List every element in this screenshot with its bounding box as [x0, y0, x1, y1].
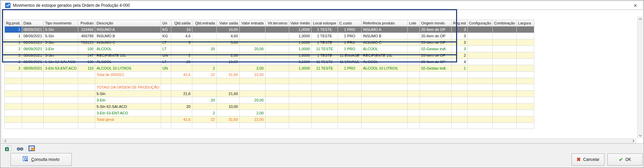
grid-cell[interactable]: KG: [161, 33, 171, 39]
grid-cell[interactable]: 41,6: [171, 116, 192, 123]
grid-cell[interactable]: 20-Item de OP: [420, 59, 451, 65]
grid-cell[interactable]: [22, 104, 44, 110]
grid-cell[interactable]: [407, 65, 420, 72]
grid-cell[interactable]: 100: [78, 46, 95, 52]
grid-cell[interactable]: [493, 59, 517, 65]
grid-cell[interactable]: [265, 26, 289, 33]
grid-cell[interactable]: [493, 97, 517, 104]
grid-cell[interactable]: 1 TESTE: [312, 52, 338, 59]
grid-cell[interactable]: [5, 78, 22, 84]
grid-cell[interactable]: [265, 65, 289, 72]
ok-button[interactable]: ✔ OK: [607, 153, 643, 166]
grid-cell[interactable]: [265, 97, 289, 104]
grid-cell[interactable]: [467, 116, 492, 123]
grid-cell[interactable]: [22, 97, 44, 104]
column-header-5[interactable]: Un: [161, 20, 171, 26]
grid-cell[interactable]: [239, 33, 265, 39]
grid-cell[interactable]: [451, 110, 467, 116]
grid-cell[interactable]: [312, 123, 338, 129]
grid-cell[interactable]: 1 TESTE: [312, 26, 338, 33]
grid-cell[interactable]: [493, 116, 517, 123]
grid-cell[interactable]: [265, 110, 289, 116]
grid-cell[interactable]: 1: [5, 33, 22, 39]
grid-cell[interactable]: [517, 59, 534, 65]
column-header-20[interactable]: Largura: [517, 20, 534, 26]
grid-cell[interactable]: [407, 91, 420, 97]
grid-cell[interactable]: 2: [5, 46, 22, 52]
grid-cell[interactable]: [171, 46, 192, 52]
grid-cell[interactable]: [171, 97, 192, 104]
grid-cell[interactable]: [265, 52, 289, 59]
grid-cell[interactable]: ÁLCOOL: [361, 59, 407, 65]
grid-cell[interactable]: 20: [192, 97, 216, 104]
grid-cell[interactable]: 0,5000: [289, 59, 312, 65]
grid-cell[interactable]: [216, 123, 239, 129]
grid-cell[interactable]: [22, 72, 44, 78]
grid-cell[interactable]: 20-Item de OP: [420, 52, 451, 59]
scroll-down-icon[interactable]: [638, 133, 643, 138]
grid-cell[interactable]: [312, 104, 338, 110]
grid-cell[interactable]: 5-SIn: [44, 26, 78, 33]
grid-cell[interactable]: [5, 110, 22, 116]
grid-cell[interactable]: Total de 09/2021:: [95, 72, 161, 78]
grid-cell[interactable]: [420, 72, 451, 78]
grid-cell[interactable]: [361, 97, 407, 104]
grid-cell[interactable]: [44, 78, 78, 84]
grid-cell[interactable]: [161, 91, 171, 97]
grid-cell[interactable]: [192, 52, 216, 59]
grid-cell[interactable]: [78, 91, 95, 97]
grid-cell[interactable]: 5-SIn: [95, 91, 161, 97]
grid-cell[interactable]: INSUMO A: [361, 26, 407, 33]
grid-cell[interactable]: [407, 97, 420, 104]
grid-cell[interactable]: [517, 52, 534, 59]
grid-cell[interactable]: 4,6: [171, 33, 192, 39]
grid-cell[interactable]: [517, 26, 534, 33]
grid-cell[interactable]: [517, 123, 534, 129]
grid-cell[interactable]: 20-Item de OP: [420, 39, 451, 46]
grid-cell[interactable]: INSUMO A: [95, 26, 161, 33]
grid-cell[interactable]: [493, 26, 517, 33]
grid-cell[interactable]: [312, 72, 338, 78]
grid-cell[interactable]: [338, 97, 361, 104]
grid-cell[interactable]: LT: [161, 46, 171, 52]
grid-cell[interactable]: [22, 78, 44, 84]
grid-cell[interactable]: [338, 78, 361, 84]
grid-cell[interactable]: 5-SIn 62-SAI.ACO: [95, 104, 161, 110]
grid-cell[interactable]: [451, 78, 467, 84]
stock-movement-icon[interactable]: [28, 145, 37, 152]
grid-cell[interactable]: 3-EIn: [95, 97, 161, 104]
grid-cell[interactable]: 5-SIn 62-SAI.ACO: [44, 59, 78, 65]
grid-cell[interactable]: ÁLCOOL 10 LITROS: [361, 65, 407, 72]
grid-cell[interactable]: 02-Gestao indl.: [420, 65, 451, 72]
grid-cell[interactable]: 1: [5, 26, 22, 33]
grid-cell[interactable]: [451, 104, 467, 110]
grid-cell[interactable]: [407, 52, 420, 59]
grid-cell[interactable]: 08/09/2021: [22, 46, 44, 52]
grid-cell[interactable]: UN: [161, 52, 171, 59]
grid-cell[interactable]: [407, 116, 420, 123]
grid-cell[interactable]: [493, 110, 517, 116]
grid-cell[interactable]: [216, 65, 239, 72]
grid-cell[interactable]: [239, 26, 265, 33]
grid-cell[interactable]: [517, 39, 534, 46]
column-header-2[interactable]: Tipo movimento: [44, 20, 78, 26]
grid-cell[interactable]: 2: [192, 65, 216, 72]
grid-cell[interactable]: 456789: [78, 33, 95, 39]
grid-cell[interactable]: [517, 116, 534, 123]
grid-cell[interactable]: [407, 123, 420, 129]
grid-cell[interactable]: 5-SIn: [44, 39, 78, 46]
grid-cell[interactable]: [216, 46, 239, 52]
grid-cell[interactable]: [289, 72, 312, 78]
grid-cell[interactable]: 789123: [78, 39, 95, 46]
grid-cell[interactable]: [407, 39, 420, 46]
grid-cell[interactable]: 22,00: [239, 72, 265, 78]
grid-cell[interactable]: [451, 84, 467, 91]
grid-cell[interactable]: [44, 84, 78, 91]
grid-cell[interactable]: [289, 123, 312, 129]
grid-cell[interactable]: 5: [171, 39, 192, 46]
grid-cell[interactable]: [517, 33, 534, 39]
grid-cell[interactable]: [289, 84, 312, 91]
grid-cell[interactable]: [44, 104, 78, 110]
grid-cell[interactable]: [517, 97, 534, 104]
grid-cell[interactable]: [289, 97, 312, 104]
